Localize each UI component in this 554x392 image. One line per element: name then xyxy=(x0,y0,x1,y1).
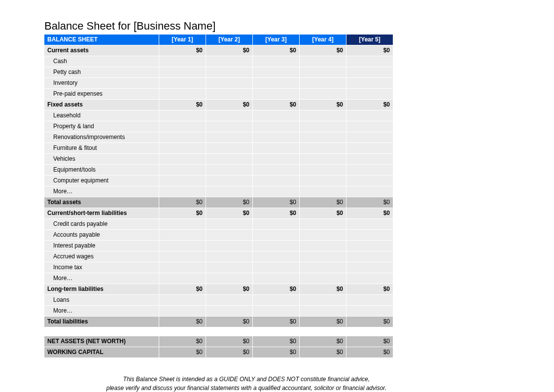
row-label: Total assets xyxy=(44,197,159,208)
row-value xyxy=(300,186,346,197)
row-value xyxy=(346,89,393,100)
item-row: Inventory xyxy=(44,78,393,89)
row-label: Inventory xyxy=(44,78,159,89)
row-value xyxy=(159,89,206,100)
row-value xyxy=(253,219,300,230)
disclaimer-line-1: This Balance Sheet is intended as a GUID… xyxy=(123,376,370,383)
row-value xyxy=(300,273,346,284)
row-value: $0 xyxy=(300,45,346,56)
row-value xyxy=(300,110,346,121)
row-label: Petty cash xyxy=(44,67,159,78)
item-row: More… xyxy=(44,273,393,284)
row-value xyxy=(159,67,206,78)
row-value xyxy=(159,295,206,306)
row-label: Income tax xyxy=(44,262,159,273)
section-row: Current assets$0$0$0$0$0 xyxy=(44,45,393,56)
item-row: Credit cards payable xyxy=(44,219,393,230)
row-value: $0 xyxy=(253,197,300,208)
disclaimer: This Balance Sheet is intended as a GUID… xyxy=(44,375,449,392)
row-value xyxy=(206,154,253,165)
item-row: More… xyxy=(44,186,393,197)
row-value xyxy=(346,186,393,197)
row-value xyxy=(300,89,346,100)
row-value: $0 xyxy=(346,197,393,208)
row-label: Current/short-term liabilities xyxy=(44,208,159,219)
row-value: $0 xyxy=(159,347,206,358)
section-row: Fixed assets$0$0$0$0$0 xyxy=(44,100,393,110)
row-label: Property & land xyxy=(44,121,159,132)
spacer-row xyxy=(44,327,393,337)
row-value xyxy=(206,176,253,186)
total-assets-row: Total assets$0$0$0$0$0 xyxy=(44,197,393,208)
row-value xyxy=(253,251,300,262)
row-value: $0 xyxy=(206,100,253,110)
row-value xyxy=(159,78,206,89)
row-value xyxy=(159,143,206,154)
row-value: $0 xyxy=(253,100,300,110)
row-value xyxy=(206,306,253,317)
row-value xyxy=(346,143,393,154)
row-value xyxy=(346,241,393,251)
row-value xyxy=(253,67,300,78)
row-value xyxy=(253,262,300,273)
row-value: $0 xyxy=(159,45,206,56)
row-value xyxy=(206,230,253,241)
row-value xyxy=(346,251,393,262)
row-label: Credit cards payable xyxy=(44,219,159,230)
row-value xyxy=(346,219,393,230)
row-value xyxy=(206,89,253,100)
row-value: $0 xyxy=(159,208,206,219)
row-value xyxy=(300,176,346,186)
row-value: $0 xyxy=(300,197,346,208)
row-value xyxy=(159,219,206,230)
row-label: More… xyxy=(44,186,159,197)
item-row: Renovations/improvements xyxy=(44,132,393,143)
row-value xyxy=(206,273,253,284)
row-value xyxy=(159,154,206,165)
row-label: Total liabilities xyxy=(44,317,159,327)
row-value xyxy=(253,143,300,154)
row-value xyxy=(206,110,253,121)
total-liabilities-row: Total liabilities$0$0$0$0$0 xyxy=(44,317,393,327)
row-value xyxy=(159,273,206,284)
row-value xyxy=(253,154,300,165)
row-value xyxy=(346,110,393,121)
row-value xyxy=(300,78,346,89)
row-value: $0 xyxy=(206,317,253,327)
item-row: Pre-paid expenses xyxy=(44,89,393,100)
row-value xyxy=(300,241,346,251)
row-value xyxy=(346,56,393,67)
row-value xyxy=(300,121,346,132)
row-value: $0 xyxy=(206,336,253,347)
row-label: Equipment/tools xyxy=(44,165,159,176)
row-value: $0 xyxy=(300,100,346,110)
row-label: Computer equipment xyxy=(44,176,159,186)
row-value: $0 xyxy=(159,197,206,208)
item-row: Cash xyxy=(44,56,393,67)
row-value xyxy=(253,89,300,100)
row-value xyxy=(300,230,346,241)
row-value: $0 xyxy=(206,197,253,208)
row-value xyxy=(253,306,300,317)
header-year-3: [Year 3] xyxy=(253,35,300,45)
row-value: $0 xyxy=(206,347,253,358)
row-label: Current assets xyxy=(44,45,159,56)
row-value xyxy=(253,230,300,241)
row-value xyxy=(346,154,393,165)
row-label: Accrued wages xyxy=(44,251,159,262)
row-value xyxy=(159,110,206,121)
row-value: $0 xyxy=(346,317,393,327)
row-value: $0 xyxy=(346,336,393,347)
row-value: $0 xyxy=(300,284,346,295)
row-value xyxy=(159,186,206,197)
row-value: $0 xyxy=(300,317,346,327)
row-value: $0 xyxy=(346,347,393,358)
row-value xyxy=(300,143,346,154)
row-label: Loans xyxy=(44,295,159,306)
page-title: Balance Sheet for [Business Name] xyxy=(44,20,510,33)
row-value: $0 xyxy=(346,284,393,295)
row-label: Fixed assets xyxy=(44,100,159,110)
row-value xyxy=(300,262,346,273)
row-value xyxy=(300,295,346,306)
row-value xyxy=(159,251,206,262)
